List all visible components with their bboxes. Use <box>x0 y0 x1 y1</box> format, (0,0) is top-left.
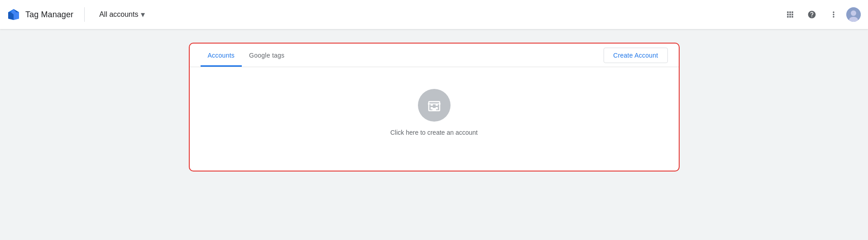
card-tabs-header: Accounts Google tags Create Account <box>190 44 679 67</box>
apps-button[interactable] <box>781 5 799 24</box>
tab-google-tags[interactable]: Google tags <box>242 44 292 67</box>
accounts-card: Accounts Google tags Create Account Cli <box>190 44 679 171</box>
help-button[interactable] <box>803 5 821 24</box>
svg-point-6 <box>851 10 856 16</box>
user-avatar[interactable] <box>846 7 861 22</box>
chevron-down-icon: ▾ <box>141 10 145 20</box>
app-title: Tag Manager <box>25 10 73 20</box>
main-content: Accounts Google tags Create Account Cli <box>0 29 868 240</box>
help-icon <box>807 10 816 19</box>
tabs-list: Accounts Google tags <box>201 44 604 67</box>
empty-state-icon-circle <box>418 89 451 122</box>
tab-accounts[interactable]: Accounts <box>201 44 242 67</box>
all-accounts-dropdown[interactable]: All accounts ▾ <box>96 7 149 22</box>
empty-state: Click here to create an account <box>190 67 679 162</box>
navbar-right <box>781 5 861 24</box>
create-account-button[interactable]: Create Account <box>604 48 667 63</box>
more-vert-icon <box>829 10 838 19</box>
empty-state-text: Click here to create an account <box>390 129 478 136</box>
apps-icon <box>786 10 795 19</box>
navbar-divider <box>84 7 85 22</box>
tag-manager-logo-icon <box>7 8 20 21</box>
avatar-image <box>846 7 861 22</box>
navbar-left: Tag Manager All accounts ▾ <box>7 7 149 22</box>
domain-icon <box>426 97 442 113</box>
navbar: Tag Manager All accounts ▾ <box>0 0 868 29</box>
more-options-button[interactable] <box>825 5 843 24</box>
svg-rect-13 <box>432 108 436 111</box>
all-accounts-label: All accounts <box>99 10 138 19</box>
svg-rect-14 <box>428 103 441 104</box>
